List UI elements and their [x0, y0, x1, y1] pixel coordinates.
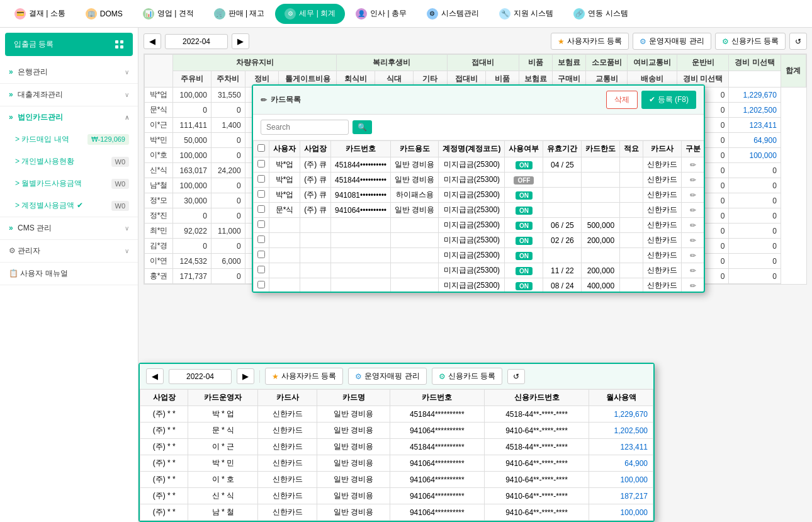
bottom-operator-mapping-btn[interactable]: ⚙ 운영자매핑 관리	[348, 368, 426, 385]
bottom-table-row: (주) * *이 * 근신한카드일반 경비용451844**********45…	[140, 439, 653, 455]
edit-icon[interactable]: ✏	[690, 206, 696, 215]
delete-button[interactable]: 삭제	[606, 91, 638, 109]
search-input[interactable]	[261, 120, 349, 135]
modal-cell-edit: ✏	[682, 263, 704, 278]
row-checkbox[interactable]	[257, 205, 265, 213]
select-all-checkbox[interactable]	[257, 144, 265, 152]
bottom-cell-cardCo: 신한카드	[258, 488, 317, 504]
row-checkbox[interactable]	[257, 190, 265, 198]
bottom-next-button[interactable]: ▶	[237, 368, 254, 384]
modal-cell-cardNo: 941064••••••••••	[331, 203, 391, 218]
modal-cell-account: 미지급금(25300)	[439, 157, 505, 173]
edit-icon[interactable]: ✏	[690, 221, 696, 230]
modal-cell-edit: ✏	[682, 248, 704, 263]
row-checkbox[interactable]	[257, 281, 265, 288]
modal-cell-account: 미지급금(25300)	[439, 173, 505, 188]
sidebar-item-corpcard[interactable]: » 법인카드관리 ∧	[0, 106, 138, 128]
nav-tab-linked[interactable]: 🔗 연동 시스템	[564, 4, 637, 24]
edit-icon[interactable]: ✏	[690, 191, 696, 200]
edit-icon[interactable]: ✏	[690, 161, 696, 169]
nav-tab-sales[interactable]: 📊 영업 | 견적	[133, 4, 203, 24]
row-checkbox[interactable]	[257, 220, 265, 228]
nav-tab-system-label: 시스템관리	[441, 8, 479, 19]
toggle-on[interactable]: ON	[516, 282, 533, 290]
refresh-button[interactable]: ↺	[789, 33, 807, 50]
modal-cell-limit: 500,000	[582, 218, 620, 233]
bottom-table-row: (주) * *문 * 식신한카드일반 경비용941064**********94…	[140, 423, 653, 439]
row-checkbox[interactable]	[257, 266, 265, 273]
edit-icon[interactable]: ✏	[690, 251, 696, 260]
bottom-refresh-button[interactable]: ↺	[507, 369, 525, 384]
bottom-cell-operator: 박 * 업	[188, 406, 258, 423]
toggle-on[interactable]: ON	[516, 237, 533, 245]
user-card-register-button[interactable]: ★ 사용자카드 등록	[551, 33, 629, 50]
card-modal-title: ✏ 카드목록	[261, 94, 301, 105]
row-checkbox[interactable]	[257, 251, 265, 258]
cell-주차비: 11,000	[211, 224, 245, 239]
bottom-user-card-btn[interactable]: ★ 사용자카드 등록	[265, 368, 343, 385]
modal-cell-note	[620, 263, 643, 278]
sidebar-section-manual: 📋 사용자 매뉴얼	[0, 263, 138, 285]
sidebar-item-monthly-usage[interactable]: > 월별카드사용금액 W0	[0, 173, 138, 195]
nav-tab-payment-label: 결재 | 소통	[29, 8, 65, 19]
row-checkbox[interactable]	[257, 235, 265, 243]
gear-icon: ⚙	[640, 37, 646, 46]
nav-tab-inventory-label: 판매 | 재고	[228, 8, 265, 19]
sidebar-item-admin[interactable]: ⚙ 관리자 ∨	[0, 240, 138, 262]
bottom-cell-operator: 박 * 민	[188, 455, 258, 472]
bottom-cell-creditNo: 9410-64**-****-****	[484, 488, 589, 504]
toggle-on[interactable]: ON	[516, 207, 533, 215]
nav-tab-doms[interactable]: 🏢 DOMS	[76, 4, 132, 24]
nav-tab-hr[interactable]: 👤 인사 | 총무	[346, 4, 416, 24]
toggle-on[interactable]: ON	[516, 252, 533, 260]
edit-icon[interactable]: ✏	[690, 176, 696, 184]
cell-name: 신*식	[145, 163, 173, 178]
edit-icon[interactable]: ✏	[690, 236, 696, 245]
nav-tab-tax[interactable]: ⚙ 세무 | 회계	[275, 4, 345, 24]
modal-cell-edit: ✏	[682, 188, 704, 203]
sidebar-item-account-usage[interactable]: > 계정별사용금액 ✔ W0	[0, 195, 138, 217]
sidebar-item-cms[interactable]: » CMS 관리 ∨	[0, 217, 138, 239]
modal-cell-usage	[391, 218, 439, 233]
card-register-button[interactable]: ✔ 등록 (F8)	[641, 91, 696, 109]
modal-cell-cardNo	[331, 233, 391, 248]
search-button[interactable]: 🔍	[352, 120, 372, 134]
register-button[interactable]: 입출금 등록	[5, 33, 133, 56]
edit-icon[interactable]: ✏	[690, 266, 696, 275]
nav-tab-support[interactable]: 🔧 지원 시스템	[490, 4, 563, 24]
modal-cell-usage	[391, 233, 439, 248]
row-checkbox[interactable]	[257, 160, 265, 167]
row-checkbox[interactable]	[257, 175, 265, 183]
nav-tab-payment[interactable]: 💳 결재 | 소통	[5, 4, 75, 24]
bottom-cell-company: (주) * *	[140, 504, 188, 521]
bottom-prev-button[interactable]: ◀	[146, 368, 164, 384]
toggle-on[interactable]: ON	[516, 267, 533, 275]
sidebar-item-card-history[interactable]: > 카드매입 내역 ₩-129,069	[0, 128, 138, 150]
sidebar-item-loan[interactable]: » 대출계좌관리 ∨	[0, 84, 138, 106]
operator-mapping-button[interactable]: ⚙ 운영자매핑 관리	[633, 33, 711, 50]
modal-cell-cardCo: 신한카드	[643, 203, 682, 218]
sidebar-section-loan: » 대출계좌관리 ∨	[0, 84, 138, 106]
prev-month-button[interactable]: ◀	[144, 33, 161, 49]
toggle-on[interactable]: ON	[516, 161, 533, 169]
bottom-cell-operator: 문 * 식	[188, 423, 258, 439]
bottom-credit-card-btn[interactable]: ⚙ 신용카드 등록	[432, 368, 502, 385]
sidebar-item-bank[interactable]: » 은행관리 ∨	[0, 61, 138, 83]
nav-tab-inventory[interactable]: 🛒 판매 | 재고	[205, 4, 274, 24]
toggle-on[interactable]: ON	[516, 222, 533, 230]
bottom-cell-cardCo: 신한카드	[258, 504, 317, 521]
credit-card-register-button[interactable]: ⚙ 신용카드 등록	[715, 33, 786, 50]
monthly-usage-badge: W0	[111, 179, 130, 189]
modal-cell-note	[620, 188, 643, 203]
toggle-off[interactable]: OFF	[514, 176, 534, 184]
sidebar-item-manual[interactable]: 📋 사용자 매뉴얼	[0, 263, 138, 285]
star-icon: ★	[558, 37, 565, 46]
top-navigation: 💳 결재 | 소통 🏢 DOMS 📊 영업 | 견적 🛒 판매 | 재고 ⚙ 세…	[0, 0, 812, 28]
nav-tab-system[interactable]: ⚙ 시스템관리	[417, 4, 488, 24]
sidebar-item-personal-usage[interactable]: > 개인별사용현황 W0	[0, 150, 138, 173]
next-month-button[interactable]: ▶	[232, 33, 249, 49]
edit-icon[interactable]: ✏	[690, 281, 696, 290]
card-history-badge: ₩-129,069	[87, 134, 129, 145]
card-modal: ✏ 카드목록 삭제 ✔ 등록 (F8) 🔍 사용자	[252, 84, 705, 293]
toggle-on[interactable]: ON	[516, 191, 533, 200]
